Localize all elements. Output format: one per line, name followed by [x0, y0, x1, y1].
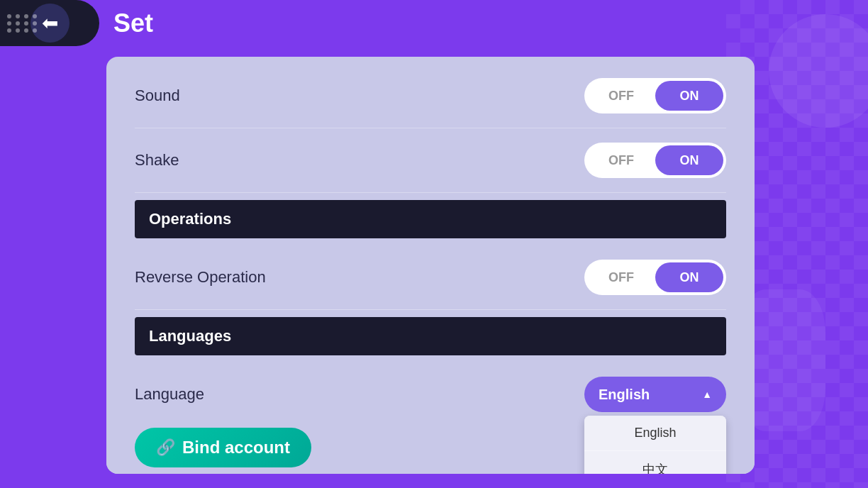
grid-dots-decoration	[7, 14, 38, 33]
bind-account-label: Bind account	[182, 438, 290, 458]
shake-on-option[interactable]: ON	[655, 145, 723, 175]
header: ⬅ Set	[0, 0, 868, 46]
language-row: Language English ▲ English 中文 Việt nam	[135, 362, 726, 427]
bind-account-icon: 🔗	[156, 438, 175, 457]
shake-off-option[interactable]: OFF	[587, 145, 655, 175]
sound-label: Sound	[135, 87, 180, 105]
language-option-english[interactable]: English	[584, 416, 726, 451]
shake-label: Shake	[135, 151, 179, 170]
sound-toggle[interactable]: OFF ON	[584, 78, 726, 113]
language-label: Language	[135, 385, 204, 404]
back-button[interactable]: ⬅	[0, 0, 99, 46]
content-inner: Sound OFF ON Shake OFF ON Operations Rev…	[106, 57, 755, 474]
reverse-op-on-option[interactable]: ON	[655, 262, 723, 292]
page-title: Set	[113, 9, 153, 38]
bind-account-button[interactable]: 🔗 Bind account	[135, 428, 311, 467]
back-arrow-icon: ⬅	[42, 13, 58, 33]
language-selected-value: English	[599, 387, 650, 403]
reverse-operation-toggle[interactable]: OFF ON	[584, 260, 726, 295]
languages-section-header: Languages	[135, 317, 726, 355]
dropdown-arrow-icon: ▲	[702, 389, 712, 400]
reverse-op-off-option[interactable]: OFF	[587, 262, 655, 292]
reverse-operation-label: Reverse Operation	[135, 268, 266, 287]
language-dropdown-menu: English 中文 Việt nam	[584, 416, 726, 474]
content-panel: Sound OFF ON Shake OFF ON Operations Rev…	[106, 57, 755, 474]
sound-on-option[interactable]: ON	[655, 81, 723, 111]
language-dropdown-button[interactable]: English ▲	[584, 377, 726, 412]
reverse-operation-row: Reverse Operation OFF ON	[135, 245, 726, 310]
operations-section-header: Operations	[135, 200, 726, 238]
sound-row: Sound OFF ON	[135, 64, 726, 128]
shake-toggle[interactable]: OFF ON	[584, 143, 726, 178]
language-option-chinese[interactable]: 中文	[584, 451, 726, 474]
shake-row: Shake OFF ON	[135, 128, 726, 193]
language-select-wrapper: English ▲ English 中文 Việt nam	[584, 377, 726, 412]
sound-off-option[interactable]: OFF	[587, 81, 655, 111]
